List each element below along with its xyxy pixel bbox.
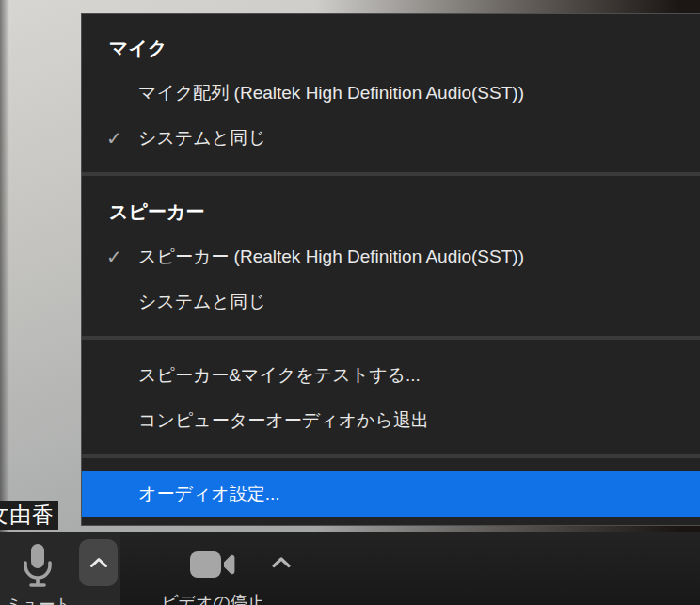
- menu-item-label: オーディオ設定...: [138, 484, 280, 503]
- menu-section-header-speaker: スピーカー: [82, 189, 700, 234]
- zoom-meeting-window: 攵由香 マイク マイク配列 (Realtek High Definition A…: [0, 0, 700, 605]
- menu-item-mic-same-as-system[interactable]: ✓ システムと同じ: [82, 116, 700, 161]
- menu-item-test-speaker-mic[interactable]: スピーカー&マイクをテストする...: [82, 353, 700, 398]
- checkmark-icon: ✓: [106, 234, 131, 279]
- chevron-up-icon: [89, 557, 108, 568]
- stop-video-button[interactable]: [190, 550, 235, 579]
- menu-item-speaker-device[interactable]: ✓ スピーカー (Realtek High Definition Audio(S…: [82, 234, 700, 279]
- participant-name-badge: 攵由香: [0, 501, 58, 530]
- audio-options-chevron-button[interactable]: [79, 539, 118, 586]
- mute-button[interactable]: [23, 543, 53, 588]
- chevron-up-icon: [271, 556, 292, 569]
- mute-button-label: ミュート: [0, 594, 77, 605]
- menu-item-label: コンピューターオーディオから退出: [138, 410, 429, 430]
- menu-item-mic-device[interactable]: マイク配列 (Realtek High Definition Audio(SST…: [82, 71, 700, 116]
- meeting-toolbar: ミュート ビデオの停止: [0, 532, 700, 605]
- menu-divider: [82, 336, 700, 340]
- video-options-chevron-button[interactable]: [271, 556, 292, 569]
- menu-item-label: システムと同じ: [138, 292, 266, 311]
- microphone-icon: [23, 543, 53, 588]
- menu-item-label: マイク配列 (Realtek High Definition Audio(SST…: [138, 83, 524, 103]
- menu-item-label: スピーカー&マイクをテストする...: [138, 365, 421, 385]
- menu-item-speaker-same-as-system[interactable]: システムと同じ: [82, 279, 700, 325]
- menu-section-header-microphone: マイク: [82, 25, 700, 71]
- audio-device-menu: マイク マイク配列 (Realtek High Definition Audio…: [81, 13, 700, 526]
- participant-name: 攵由香: [0, 501, 55, 530]
- menu-item-label: スピーカー (Realtek High Definition Audio(SST…: [138, 247, 524, 266]
- video-camera-icon: [190, 550, 235, 579]
- menu-divider: [82, 172, 700, 176]
- checkmark-icon: ✓: [106, 116, 131, 161]
- stop-video-button-label: ビデオの停止: [149, 591, 277, 605]
- menu-divider: [82, 454, 700, 458]
- menu-item-audio-settings[interactable]: オーディオ設定...: [82, 471, 700, 517]
- menu-item-label: システムと同じ: [138, 128, 266, 148]
- menu-item-leave-computer-audio[interactable]: コンピューターオーディオから退出: [82, 398, 700, 443]
